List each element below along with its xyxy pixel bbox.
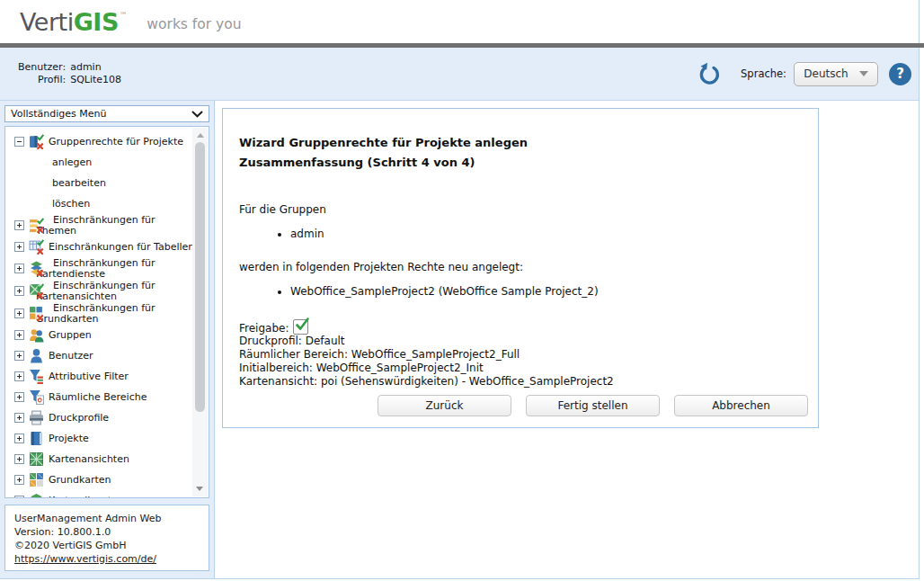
expand-icon[interactable]: [14, 220, 24, 230]
summary-line: Druckprofil: Default: [239, 335, 802, 348]
tree-item[interactable]: Einschränkungen fürThemen: [5, 214, 192, 237]
dropdown-arrow-icon: [859, 71, 868, 76]
tree-item[interactable]: Benutzer: [5, 345, 192, 366]
people-icon: [29, 327, 44, 343]
tree-item[interactable]: anlegen: [5, 152, 192, 173]
user-info: Benutzer: admin Profil: SQLite108: [18, 61, 121, 86]
expand-icon[interactable]: [14, 392, 24, 402]
tree-item-label-line2: Kartenansichten: [36, 291, 192, 302]
tree-item-label: Benutzer: [49, 350, 93, 362]
tree-item[interactable]: Projekte: [5, 428, 192, 449]
tree-item[interactable]: Kartenansichten: [5, 449, 192, 469]
tree-item-label-line2: Grundkarten: [36, 314, 192, 325]
tree-item[interactable]: Gruppenrechte für Projekte: [5, 131, 192, 152]
tree-item[interactable]: Einschränkungen fürKartendienste: [5, 257, 192, 280]
finish-button[interactable]: Fertig stellen: [526, 395, 660, 416]
wizard-title-line2: Zusammenfassung (Schritt 4 von 4): [239, 153, 802, 173]
user-value: admin: [70, 61, 121, 74]
groups-intro-text: Für die Gruppen: [239, 203, 802, 216]
scrollbar-up-icon[interactable]: [197, 133, 204, 138]
layers-icon: [29, 493, 44, 497]
layers-x-icon: [29, 261, 44, 276]
content: Vollständiges Menü Gruppenrechte für Pro…: [0, 101, 919, 578]
tree-item-label: anlegen: [52, 156, 92, 168]
tree-item[interactable]: Kartendienste: [5, 490, 192, 497]
language-dropdown[interactable]: Deutsch: [794, 62, 878, 86]
person-icon: [29, 348, 44, 363]
wizard-title-line1: Wizard Gruppenrechte für Projekte anlege…: [239, 133, 802, 153]
tree-item-label: Kartendienste: [49, 495, 118, 497]
tree-item-label: bearbeiten: [52, 177, 106, 189]
scrollbar-down-icon[interactable]: [196, 487, 203, 491]
back-button[interactable]: Zurück: [378, 395, 511, 416]
expand-icon[interactable]: [14, 264, 24, 273]
logo-text-verti: Verti: [20, 8, 74, 36]
app-window: VertiGIS™ works for you Benutzer: admin …: [0, 0, 920, 579]
refresh-icon[interactable]: [697, 62, 721, 85]
projects-list: WebOffice_SampleProject2 (WebOffice Samp…: [290, 285, 802, 298]
help-icon[interactable]: ?: [889, 63, 911, 85]
tree-item[interactable]: Räumliche Bereiche: [5, 387, 192, 407]
funnel-list-icon: [29, 369, 44, 384]
tree-scrollbar[interactable]: [192, 128, 208, 496]
expand-icon[interactable]: [14, 371, 24, 381]
group-item: admin: [290, 228, 802, 240]
tree-item-label-line2: Kartendienste: [36, 269, 192, 280]
project-check-x-icon: [29, 134, 44, 149]
vertigis-link[interactable]: https://www.vertigis.com/de/: [14, 553, 156, 565]
release-label: Freigabe:: [239, 322, 289, 335]
expand-icon[interactable]: [14, 413, 24, 423]
tree-item-label: Einschränkungen für Tabellen: [49, 241, 192, 253]
tree-item[interactable]: Einschränkungen für Tabellen: [5, 237, 192, 257]
tree-item[interactable]: Gruppen: [5, 325, 192, 345]
scrollbar-thumb[interactable]: [195, 142, 205, 412]
summary-line: Initialbereich: WebOffice_SampleProject2…: [239, 362, 802, 375]
release-row: Freigabe:: [239, 319, 802, 335]
menu-tree: Gruppenrechte für Projekteanlegenbearbei…: [5, 127, 192, 497]
release-checkbox[interactable]: [293, 319, 308, 335]
menu-mode-select[interactable]: Vollständiges Menü: [4, 105, 209, 122]
expand-icon[interactable]: [14, 475, 24, 485]
expand-icon[interactable]: [14, 242, 24, 252]
book-icon: [29, 431, 44, 446]
tree-item[interactable]: Einschränkungen fürGrundkarten: [5, 302, 192, 325]
tree-item-label: Projekte: [49, 433, 89, 444]
wizard-panel: Wizard Gruppenrechte für Projekte anlege…: [222, 108, 819, 428]
expand-icon[interactable]: [14, 434, 24, 443]
tree-item[interactable]: Einschränkungen fürKartenansichten: [5, 280, 192, 302]
language-label: Sprache:: [741, 67, 786, 80]
tree-item[interactable]: bearbeiten: [5, 173, 192, 193]
expand-icon[interactable]: [14, 308, 24, 318]
tree-item-label: Räumliche Bereiche: [49, 391, 147, 403]
tree-item[interactable]: löschen: [5, 193, 192, 214]
expand-icon[interactable]: [14, 496, 24, 497]
expand-icon[interactable]: [14, 454, 24, 464]
tree-item-label-line2: Themen: [36, 226, 192, 237]
expand-icon[interactable]: [14, 351, 24, 361]
main-area: Wizard Gruppenrechte für Projekte anlege…: [215, 101, 919, 578]
groups-list: admin: [290, 228, 802, 240]
tree-item[interactable]: Druckprofile: [5, 407, 192, 428]
map-green-icon: [29, 451, 44, 467]
tree-item-label: löschen: [52, 198, 90, 210]
menu-tree-panel: Gruppenrechte für Projekteanlegenbearbei…: [4, 126, 209, 498]
user-bar: Benutzer: admin Profil: SQLite108 Sprach…: [0, 48, 919, 101]
collapse-icon[interactable]: [14, 137, 24, 147]
cancel-button[interactable]: Abbrechen: [674, 395, 808, 416]
wizard-summary: Druckprofil: DefaultRäumlicher Bereich: …: [239, 335, 802, 389]
tree-item[interactable]: Grundkarten: [5, 469, 192, 490]
user-bar-actions: Sprache: Deutsch ?: [697, 62, 919, 86]
sidebar: Vollständiges Menü Gruppenrechte für Pro…: [0, 101, 215, 578]
expand-icon[interactable]: [14, 286, 24, 296]
menu-mode-value: Vollständiges Menü: [11, 108, 107, 120]
summary-line: Kartenansicht: poi (Sehenswürdigkeiten) …: [239, 375, 802, 389]
list-check-x-icon: [29, 218, 44, 233]
about-version: Version: 10.800.1.0: [14, 525, 200, 539]
user-label: Benutzer:: [18, 61, 66, 74]
tree-item[interactable]: Attributive Filter: [5, 366, 192, 387]
logo-trademark: ™: [120, 11, 128, 20]
funnel-poly-icon: [29, 389, 44, 405]
tree-item-label: Gruppen: [49, 329, 92, 341]
tree-item-label: Attributive Filter: [49, 371, 129, 382]
expand-icon[interactable]: [14, 330, 24, 340]
